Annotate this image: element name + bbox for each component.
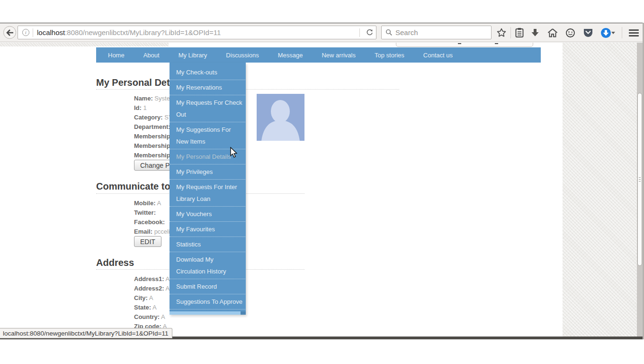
section-title: Address (96, 257, 134, 268)
my-library-dropdown-list: My Check-outsMy ReservationsMy Requests … (170, 65, 246, 309)
detail-row-country: Country: A (134, 312, 170, 322)
nav-item-top-stories[interactable]: Top stories (375, 52, 404, 59)
download-helper-caret[interactable] (610, 27, 617, 39)
bookmark-star-button[interactable] (495, 27, 508, 39)
url-bar[interactable]: i localhost:8080/newgenlibctxt/MyLibrary… (18, 26, 376, 39)
nav-item-discussions[interactable]: Discussions (226, 52, 259, 59)
page-scrollbar-thumb[interactable] (637, 93, 642, 266)
screen: i localhost:8080/newgenlibctxt/MyLibrary… (0, 0, 644, 364)
info-icon[interactable]: i (22, 29, 29, 36)
detail-rows: Address1: AAddress2: ACity: AState: ACou… (134, 274, 170, 331)
menu-icon (629, 29, 639, 36)
browser-toolbar: i localhost:8080/newgenlibctxt/MyLibrary… (0, 23, 643, 42)
menu-button[interactable] (627, 27, 640, 39)
cutoff-mark (458, 43, 461, 44)
site-nav: HomeAboutMy LibraryDiscussionsMessageNew… (96, 47, 541, 63)
dropdown-hscrollbar[interactable] (170, 311, 246, 315)
reading-list-button[interactable] (513, 27, 526, 39)
home-icon (547, 28, 558, 37)
emoji-extension-button[interactable] (564, 27, 576, 39)
cutoff-mark (495, 43, 498, 44)
home-button[interactable] (546, 27, 559, 39)
detail-row-address2: Address2: A (134, 284, 170, 293)
toolbar-separator (510, 27, 511, 38)
menu-item-my-requests-for-check-out[interactable]: My Requests For Check Out (170, 95, 245, 122)
nav-item-home[interactable]: Home (108, 52, 125, 59)
detail-row-mobile: Mobile: A (134, 199, 173, 208)
menu-item-my-reservations[interactable]: My Reservations (170, 80, 245, 95)
section-title: Communicate to (96, 181, 170, 192)
section-divider (96, 89, 399, 90)
downloads-icon (530, 28, 540, 37)
reload-separator (359, 28, 360, 37)
reload-icon (366, 29, 373, 36)
detail-row-city: City: A (134, 293, 170, 303)
detail-row-address1: Address1: A (134, 274, 170, 284)
pocket-icon (583, 28, 593, 38)
menu-item-suggestions-to-approve[interactable]: Suggestions To Approve (170, 294, 245, 309)
pocket-button[interactable] (582, 27, 594, 39)
menu-item-my-privileges[interactable]: My Privileges (170, 164, 245, 180)
detail-row-facebook: Facebook: (134, 218, 173, 227)
menu-item-my-check-outs[interactable]: My Check-outs (170, 65, 245, 80)
menu-item-my-vouchers[interactable]: My Vouchers (170, 207, 245, 222)
emoji-icon (565, 28, 575, 38)
search-icon (385, 29, 393, 36)
menu-item-my-requests-for-inter-library-loan[interactable]: My Requests For Inter Library Loan (170, 180, 245, 207)
back-button[interactable] (3, 26, 16, 39)
mouse-cursor (230, 147, 239, 158)
downloads-button[interactable] (529, 27, 541, 39)
menu-item-statistics[interactable]: Statistics (170, 237, 245, 252)
search-input[interactable] (395, 28, 476, 36)
status-bar-link-preview: localhost:8080/newgenlibctxt/MyLibrary?L… (0, 328, 172, 338)
detail-row-twitter: Twitter: (134, 208, 173, 218)
menu-item-download-my-circulation-history[interactable]: Download My Circulation History (170, 252, 245, 279)
url-domain: localhost (37, 28, 65, 36)
nav-item-my-library[interactable]: My Library (179, 52, 207, 59)
edit-button[interactable]: EDIT (134, 236, 161, 247)
my-library-dropdown: My Check-outsMy ReservationsMy Requests … (170, 63, 246, 315)
toolbar-separator-2 (622, 27, 622, 38)
nav-item-about[interactable]: About (143, 52, 160, 59)
menu-item-submit-record[interactable]: Submit Record (170, 279, 245, 294)
reading-list-icon (515, 27, 524, 38)
menu-item-my-favourites[interactable]: My Favourites (170, 222, 245, 237)
dropdown-caret-icon (611, 32, 615, 34)
bookmark-star-icon (496, 27, 507, 38)
search-box[interactable] (381, 26, 492, 39)
nav-item-message[interactable]: Message (278, 52, 303, 59)
menu-item-my-suggestions-for-new-items[interactable]: My Suggestions For New Items (170, 122, 245, 149)
url-separator (33, 28, 33, 37)
detail-row-email: Email: pccelib (134, 227, 173, 237)
nav-item-contact-us[interactable]: Contact us (423, 52, 453, 59)
dropdown-hscroll-thumb[interactable] (170, 311, 241, 315)
avatar (257, 94, 304, 141)
url-text: localhost:8080/newgenlibctxt/MyLibrary?L… (37, 28, 359, 36)
detail-rows: Mobile: ATwitter:Facebook:Email: pccelib (134, 199, 173, 237)
page-header-cutoff-box (396, 43, 533, 47)
back-icon (6, 29, 14, 36)
nav-item-new-arrivals[interactable]: New arrivals (322, 52, 356, 59)
page-background-strip (0, 43, 169, 46)
detail-row-state: State: A (134, 303, 170, 312)
reload-button[interactable] (363, 26, 376, 39)
url-rest: :8080/newgenlibctxt/MyLibrary?LibId=1&OP… (65, 28, 221, 36)
web-page: HomeAboutMy LibraryDiscussionsMessageNew… (0, 43, 563, 337)
page-viewport: HomeAboutMy LibraryDiscussionsMessageNew… (0, 43, 643, 337)
